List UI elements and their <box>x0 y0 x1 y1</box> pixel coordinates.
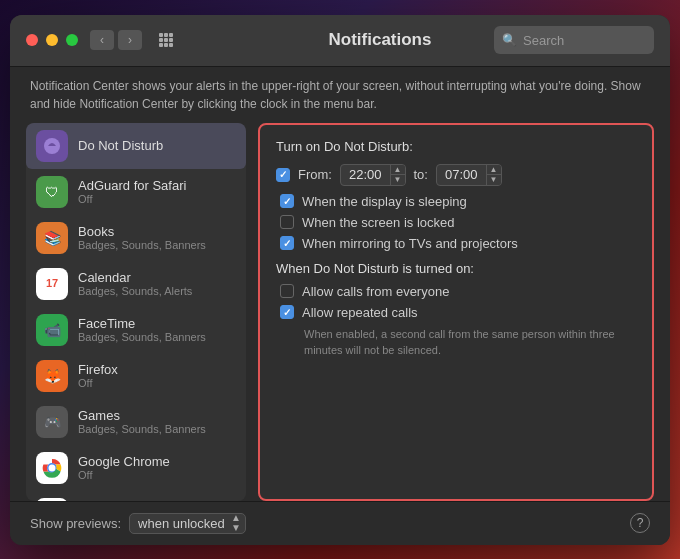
svg-point-1 <box>49 147 55 151</box>
sidebar-icon-facetime: 📹 <box>36 314 68 346</box>
back-button[interactable]: ‹ <box>90 30 114 50</box>
check4-row: Allow calls from everyone <box>276 284 636 299</box>
sidebar-item-name-calendar: Calendar <box>78 270 192 285</box>
main-content: Do Not Disturb🛡AdGuard for SafariOff📚Boo… <box>10 123 670 501</box>
from-time-stepper[interactable]: 22:00 ▲ ▼ <box>340 164 406 186</box>
to-time-stepper[interactable]: 07:00 ▲ ▼ <box>436 164 502 186</box>
show-previews-dropdown[interactable]: when unlocked ▲▼ <box>129 513 246 534</box>
sidebar-item-name-firefox: Firefox <box>78 362 118 377</box>
search-box[interactable]: 🔍 <box>494 26 654 54</box>
traffic-lights <box>26 34 78 46</box>
sidebar-item-facetime[interactable]: 📹FaceTimeBadges, Sounds, Banners <box>26 307 246 353</box>
check2-row: When the screen is locked <box>276 215 636 230</box>
check5-label: Allow repeated calls <box>302 305 418 320</box>
from-stepper-arrows: ▲ ▼ <box>390 165 405 185</box>
search-icon: 🔍 <box>502 33 517 47</box>
check4-checkbox[interactable] <box>280 284 294 298</box>
check5-checkbox[interactable] <box>280 305 294 319</box>
sidebar-item-info-calendar: CalendarBadges, Sounds, Alerts <box>78 270 192 297</box>
grid-icon <box>159 33 173 47</box>
grid-menu-button[interactable] <box>154 30 178 50</box>
check3-label: When mirroring to TVs and projectors <box>302 236 518 251</box>
to-increment[interactable]: ▲ <box>487 165 501 175</box>
sidebar-item-info-facetime: FaceTimeBadges, Sounds, Banners <box>78 316 206 343</box>
check2-label: When the screen is locked <box>302 215 454 230</box>
sidebar-icon-adguard: 🛡 <box>36 176 68 208</box>
sidebar-icon-calendar: 17 <box>36 268 68 300</box>
minimize-button[interactable] <box>46 34 58 46</box>
from-label: From: <box>298 167 332 182</box>
search-input[interactable] <box>523 33 646 48</box>
help-button[interactable]: ? <box>630 513 650 533</box>
sidebar-item-sub-chrome1: Off <box>78 469 170 481</box>
to-decrement[interactable]: ▼ <box>487 175 501 185</box>
check2-checkbox[interactable] <box>280 215 294 229</box>
section2-title: When Do Not Disturb is turned on: <box>276 261 636 276</box>
chevron-down-icon: ▲▼ <box>231 513 241 533</box>
sidebar-item-books[interactable]: 📚BooksBadges, Sounds, Banners <box>26 215 246 261</box>
titlebar: ‹ › Notifications 🔍 <box>10 15 670 67</box>
from-decrement[interactable]: ▼ <box>391 175 405 185</box>
bottom-bar: Show previews: when unlocked ▲▼ ? <box>10 501 670 545</box>
check3-checkbox[interactable] <box>280 236 294 250</box>
section1-title: Turn on Do Not Disturb: <box>276 139 636 154</box>
sidebar-item-info-firefox: FirefoxOff <box>78 362 118 389</box>
sidebar-item-info-adguard: AdGuard for SafariOff <box>78 178 186 205</box>
sidebar-icon-firefox: 🦊 <box>36 360 68 392</box>
sidebar-icon-do-not-disturb <box>36 130 68 162</box>
to-time-value: 07:00 <box>437 165 486 184</box>
sidebar-item-sub-games: Badges, Sounds, Banners <box>78 423 206 435</box>
forward-button[interactable]: › <box>118 30 142 50</box>
sidebar-item-calendar[interactable]: 17CalendarBadges, Sounds, Alerts <box>26 261 246 307</box>
time-row: From: 22:00 ▲ ▼ to: 07:00 ▲ ▼ <box>276 164 636 186</box>
sidebar-item-info-books: BooksBadges, Sounds, Banners <box>78 224 206 251</box>
sidebar-item-games[interactable]: 🎮GamesBadges, Sounds, Banners <box>26 399 246 445</box>
check1-label: When the display is sleeping <box>302 194 467 209</box>
sidebar-item-chrome1[interactable]: Google ChromeOff <box>26 445 246 491</box>
sidebar-item-name-chrome1: Google Chrome <box>78 454 170 469</box>
sidebar: Do Not Disturb🛡AdGuard for SafariOff📚Boo… <box>26 123 246 501</box>
sidebar-item-name-facetime: FaceTime <box>78 316 206 331</box>
check3-row: When mirroring to TVs and projectors <box>276 236 636 251</box>
check1-checkbox[interactable] <box>280 194 294 208</box>
svg-point-4 <box>49 464 56 471</box>
sidebar-item-name-do-not-disturb: Do Not Disturb <box>78 138 163 153</box>
dropdown-value: when unlocked <box>138 516 225 531</box>
check1-row: When the display is sleeping <box>276 194 636 209</box>
notifications-window: ‹ › Notifications 🔍 Notification Center … <box>10 15 670 545</box>
sidebar-item-sub-calendar: Badges, Sounds, Alerts <box>78 285 192 297</box>
sidebar-item-chrome2[interactable]: Google ChromeOff <box>26 491 246 501</box>
sidebar-item-sub-firefox: Off <box>78 377 118 389</box>
sidebar-item-adguard[interactable]: 🛡AdGuard for SafariOff <box>26 169 246 215</box>
hint-text: When enabled, a second call from the sam… <box>276 326 636 359</box>
nav-buttons: ‹ › <box>90 30 142 50</box>
sidebar-item-sub-adguard: Off <box>78 193 186 205</box>
close-button[interactable] <box>26 34 38 46</box>
from-checkbox[interactable] <box>276 168 290 182</box>
sidebar-item-name-books: Books <box>78 224 206 239</box>
sidebar-item-name-adguard: AdGuard for Safari <box>78 178 186 193</box>
show-previews-label: Show previews: <box>30 516 121 531</box>
from-increment[interactable]: ▲ <box>391 165 405 175</box>
sidebar-item-sub-facetime: Badges, Sounds, Banners <box>78 331 206 343</box>
sidebar-item-info-chrome1: Google ChromeOff <box>78 454 170 481</box>
sidebar-icon-chrome1 <box>36 452 68 484</box>
check4-label: Allow calls from everyone <box>302 284 449 299</box>
to-label: to: <box>414 167 428 182</box>
sidebar-icon-games: 🎮 <box>36 406 68 438</box>
sidebar-item-firefox[interactable]: 🦊FirefoxOff <box>26 353 246 399</box>
detail-panel: Turn on Do Not Disturb: From: 22:00 ▲ ▼ … <box>258 123 654 501</box>
sidebar-item-name-games: Games <box>78 408 206 423</box>
sidebar-item-info-do-not-disturb: Do Not Disturb <box>78 138 163 153</box>
sidebar-icon-books: 📚 <box>36 222 68 254</box>
description-text: Notification Center shows your alerts in… <box>10 67 670 123</box>
sidebar-item-do-not-disturb[interactable]: Do Not Disturb <box>26 123 246 169</box>
check5-row: Allow repeated calls <box>276 305 636 320</box>
from-time-value: 22:00 <box>341 165 390 184</box>
sidebar-item-sub-books: Badges, Sounds, Banners <box>78 239 206 251</box>
fullscreen-button[interactable] <box>66 34 78 46</box>
to-stepper-arrows: ▲ ▼ <box>486 165 501 185</box>
sidebar-item-info-games: GamesBadges, Sounds, Banners <box>78 408 206 435</box>
